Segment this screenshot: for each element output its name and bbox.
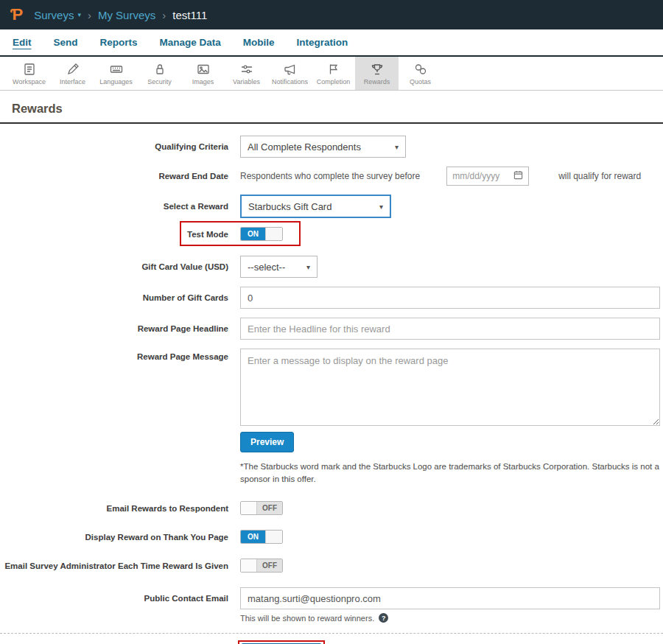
breadcrumb-my-surveys[interactable]: My Surveys bbox=[98, 9, 155, 21]
toggle-state-label: OFF bbox=[257, 559, 282, 572]
toolbar-item-quotas[interactable]: Quotas bbox=[399, 57, 442, 90]
end-date-suffix-text: will qualify for reward bbox=[558, 171, 641, 181]
toolbar-item-interface[interactable]: Interface bbox=[51, 57, 94, 90]
main-menu: Edit Send Reports Manage Data Mobile Int… bbox=[0, 29, 663, 57]
menu-item-edit[interactable]: Edit bbox=[13, 37, 32, 48]
field-label: Select a Reward bbox=[0, 202, 228, 211]
toolbar-item-label: Completion bbox=[317, 78, 351, 85]
toolbar-item-label: Interface bbox=[60, 78, 85, 85]
keyboard-icon bbox=[109, 62, 124, 77]
email-admin-toggle[interactable]: OFF bbox=[240, 559, 283, 573]
field-label: Reward End Date bbox=[0, 172, 228, 181]
field-label: Reward Page Message bbox=[0, 349, 228, 361]
reward-page-headline-input[interactable] bbox=[240, 318, 660, 340]
end-date-prefix-text: Respondents who complete the survey befo… bbox=[240, 171, 420, 181]
toggle-knob bbox=[265, 228, 282, 240]
toggle-state-label: ON bbox=[241, 228, 265, 240]
selected-value: All Complete Respondents bbox=[248, 141, 361, 153]
selected-value: --select-- bbox=[248, 262, 285, 273]
chevron-right-icon: › bbox=[88, 9, 91, 21]
breadcrumb-surveys-label: Surveys bbox=[34, 9, 74, 21]
reward-end-date-input[interactable]: mm/dd/yyyy bbox=[446, 167, 529, 186]
menu-item-mobile[interactable]: Mobile bbox=[243, 37, 275, 48]
qualifying-criteria-select[interactable]: All Complete Respondents ▾ bbox=[240, 136, 406, 158]
toggle-knob bbox=[241, 502, 257, 514]
display-reward-toggle[interactable]: ON bbox=[240, 530, 283, 544]
menu-item-manage-data[interactable]: Manage Data bbox=[160, 37, 221, 48]
field-label: Gift Card Value (USD) bbox=[0, 262, 228, 271]
toolbar-item-label: Quotas bbox=[410, 78, 431, 85]
starbucks-disclaimer-text: *The Starbucks word mark and the Starbuc… bbox=[240, 461, 662, 485]
toggle-state-label: OFF bbox=[257, 502, 282, 514]
reward-page-message-textarea[interactable] bbox=[240, 349, 660, 426]
help-icon[interactable]: ? bbox=[379, 613, 388, 623]
toolbar-item-label: Security bbox=[147, 78, 172, 85]
caret-down-icon: ▾ bbox=[306, 263, 310, 271]
field-label: Reward Page Headline bbox=[0, 324, 228, 333]
breadcrumb-surveys[interactable]: Surveys ▾ bbox=[34, 9, 81, 21]
caret-down-icon: ▾ bbox=[77, 11, 81, 18]
form-row-email-rewards: Email Rewards to Respondent OFF bbox=[0, 501, 663, 515]
form-row-number-of-gift-cards: Number of Gift Cards bbox=[0, 287, 663, 309]
field-label: Email Rewards to Respondent bbox=[0, 504, 228, 513]
toolbar-item-rewards[interactable]: Rewards bbox=[355, 57, 399, 90]
gift-card-value-select[interactable]: --select-- ▾ bbox=[240, 256, 318, 278]
selected-value: Starbucks Gift Card bbox=[248, 201, 332, 212]
number-of-gift-cards-input[interactable] bbox=[240, 287, 660, 309]
public-email-help-text: This will be shown to reward winners. bbox=[240, 614, 374, 623]
toolbar-item-label: Rewards bbox=[364, 78, 390, 85]
toolbar-item-images[interactable]: Images bbox=[181, 57, 225, 90]
chevron-right-icon: › bbox=[162, 9, 166, 21]
links-icon bbox=[413, 62, 428, 77]
form-row-reward-end-date: Reward End Date Respondents who complete… bbox=[0, 167, 663, 186]
toggle-knob bbox=[241, 559, 257, 572]
form-row-qualifying-criteria: Qualifying Criteria All Complete Respond… bbox=[0, 136, 663, 158]
toolbar-item-notifications[interactable]: Notifications bbox=[268, 57, 312, 90]
form-row-gift-card-value: Gift Card Value (USD) --select-- ▾ bbox=[0, 256, 663, 278]
form-row-test-mode: Test Mode ON bbox=[0, 227, 663, 241]
caret-down-icon: ▾ bbox=[379, 203, 383, 211]
flag-icon bbox=[326, 62, 341, 77]
page-title: Rewards bbox=[12, 102, 651, 116]
megaphone-icon bbox=[283, 62, 298, 77]
form-row-reward-page-message: Reward Page Message bbox=[0, 349, 663, 426]
field-label: Number of Gift Cards bbox=[0, 293, 228, 302]
pencil-icon bbox=[66, 62, 80, 77]
lock-icon bbox=[152, 62, 167, 77]
preview-button[interactable]: Preview bbox=[240, 432, 294, 452]
toolbar-item-languages[interactable]: Languages bbox=[94, 57, 138, 90]
field-label: Public Contact Email bbox=[0, 594, 228, 603]
questionpro-logo-icon[interactable]: Ƥ bbox=[10, 5, 23, 24]
toolbar-item-label: Images bbox=[192, 78, 214, 85]
date-placeholder: mm/dd/yyyy bbox=[452, 171, 499, 181]
toolbar-item-workspace[interactable]: Workspace bbox=[7, 57, 51, 90]
caret-down-icon: ▾ bbox=[395, 143, 399, 151]
form-row-reward-page-headline: Reward Page Headline bbox=[0, 318, 663, 340]
toggle-knob bbox=[265, 531, 282, 543]
toolbar-item-security[interactable]: Security bbox=[138, 57, 181, 90]
breadcrumb-current-survey: test111 bbox=[172, 9, 207, 21]
form-row-public-contact-email: Public Contact Email bbox=[0, 587, 663, 609]
trophy-icon bbox=[370, 62, 385, 77]
sliders-icon bbox=[239, 62, 254, 77]
test-mode-toggle[interactable]: ON bbox=[240, 227, 283, 241]
public-contact-email-input[interactable] bbox=[240, 587, 660, 609]
field-label: Display Reward on Thank You Page bbox=[0, 533, 228, 542]
toolbar-item-completion[interactable]: Completion bbox=[312, 57, 355, 90]
calendar-icon[interactable] bbox=[513, 170, 523, 182]
settings-toolbar: Workspace Interface Languages Security I… bbox=[0, 57, 663, 91]
select-reward-select[interactable]: Starbucks Gift Card ▾ bbox=[240, 195, 391, 218]
form-row-email-admin: Email Survey Administrator Each Time Rew… bbox=[0, 559, 663, 573]
toolbar-item-label: Notifications bbox=[272, 78, 308, 85]
form-row-select-reward: Select a Reward Starbucks Gift Card ▾ bbox=[0, 195, 663, 218]
field-label: Test Mode bbox=[0, 230, 228, 239]
field-label: Email Survey Administrator Each Time Rew… bbox=[0, 561, 228, 570]
red-highlight-box-save: Save Changes bbox=[238, 640, 325, 644]
menu-item-reports[interactable]: Reports bbox=[100, 37, 138, 48]
menu-item-send[interactable]: Send bbox=[54, 37, 78, 48]
form-row-display-reward: Display Reward on Thank You Page ON bbox=[0, 530, 663, 544]
toolbar-item-variables[interactable]: Variables bbox=[225, 57, 268, 90]
toggle-state-label: ON bbox=[241, 531, 265, 543]
email-rewards-toggle[interactable]: OFF bbox=[240, 501, 283, 515]
menu-item-integration[interactable]: Integration bbox=[297, 37, 348, 48]
